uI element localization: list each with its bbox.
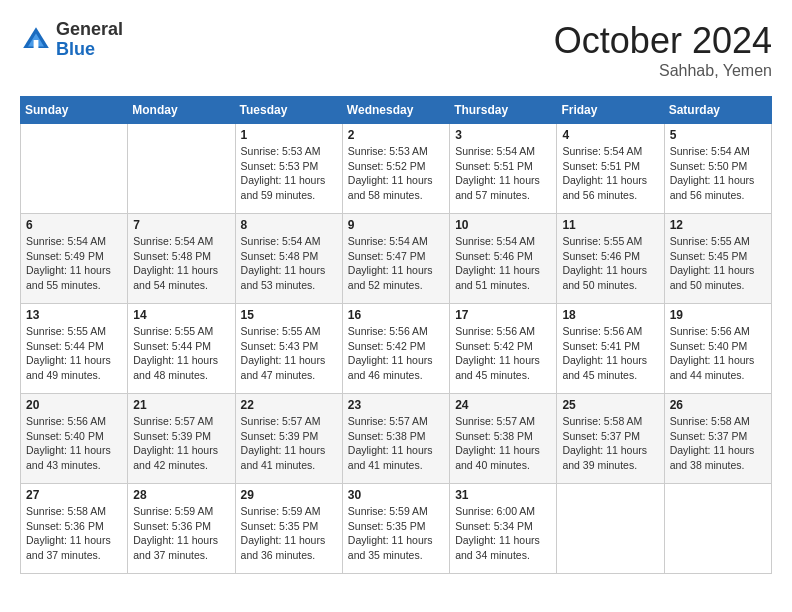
calendar-cell: 6Sunrise: 5:54 AM Sunset: 5:49 PM Daylig… — [21, 214, 128, 304]
calendar-cell: 9Sunrise: 5:54 AM Sunset: 5:47 PM Daylig… — [342, 214, 449, 304]
day-number: 6 — [26, 218, 122, 232]
day-detail: Sunrise: 5:54 AM Sunset: 5:48 PM Dayligh… — [241, 234, 337, 293]
title-block: October 2024 Sahhab, Yemen — [554, 20, 772, 80]
calendar-cell: 1Sunrise: 5:53 AM Sunset: 5:53 PM Daylig… — [235, 124, 342, 214]
day-detail: Sunrise: 5:58 AM Sunset: 5:36 PM Dayligh… — [26, 504, 122, 563]
calendar-cell: 2Sunrise: 5:53 AM Sunset: 5:52 PM Daylig… — [342, 124, 449, 214]
day-number: 15 — [241, 308, 337, 322]
day-number: 4 — [562, 128, 658, 142]
day-number: 19 — [670, 308, 766, 322]
day-number: 17 — [455, 308, 551, 322]
calendar-cell: 13Sunrise: 5:55 AM Sunset: 5:44 PM Dayli… — [21, 304, 128, 394]
calendar-cell: 17Sunrise: 5:56 AM Sunset: 5:42 PM Dayli… — [450, 304, 557, 394]
day-number: 13 — [26, 308, 122, 322]
calendar-week-row: 27Sunrise: 5:58 AM Sunset: 5:36 PM Dayli… — [21, 484, 772, 574]
page-header: General Blue October 2024 Sahhab, Yemen — [20, 20, 772, 80]
day-detail: Sunrise: 5:56 AM Sunset: 5:42 PM Dayligh… — [455, 324, 551, 383]
day-number: 29 — [241, 488, 337, 502]
day-number: 20 — [26, 398, 122, 412]
day-detail: Sunrise: 5:56 AM Sunset: 5:42 PM Dayligh… — [348, 324, 444, 383]
day-detail: Sunrise: 5:54 AM Sunset: 5:51 PM Dayligh… — [562, 144, 658, 203]
calendar-cell: 3Sunrise: 5:54 AM Sunset: 5:51 PM Daylig… — [450, 124, 557, 214]
calendar-cell: 29Sunrise: 5:59 AM Sunset: 5:35 PM Dayli… — [235, 484, 342, 574]
location-title: Sahhab, Yemen — [554, 62, 772, 80]
day-detail: Sunrise: 5:59 AM Sunset: 5:35 PM Dayligh… — [348, 504, 444, 563]
day-number: 9 — [348, 218, 444, 232]
day-number: 12 — [670, 218, 766, 232]
day-detail: Sunrise: 5:57 AM Sunset: 5:38 PM Dayligh… — [455, 414, 551, 473]
day-detail: Sunrise: 5:53 AM Sunset: 5:52 PM Dayligh… — [348, 144, 444, 203]
calendar-week-row: 6Sunrise: 5:54 AM Sunset: 5:49 PM Daylig… — [21, 214, 772, 304]
calendar-cell — [557, 484, 664, 574]
calendar-cell: 30Sunrise: 5:59 AM Sunset: 5:35 PM Dayli… — [342, 484, 449, 574]
day-detail: Sunrise: 5:57 AM Sunset: 5:39 PM Dayligh… — [133, 414, 229, 473]
day-detail: Sunrise: 5:55 AM Sunset: 5:45 PM Dayligh… — [670, 234, 766, 293]
weekday-header: Thursday — [450, 97, 557, 124]
weekday-header: Friday — [557, 97, 664, 124]
day-number: 11 — [562, 218, 658, 232]
day-number: 10 — [455, 218, 551, 232]
day-detail: Sunrise: 5:54 AM Sunset: 5:51 PM Dayligh… — [455, 144, 551, 203]
calendar-cell — [21, 124, 128, 214]
day-number: 18 — [562, 308, 658, 322]
day-detail: Sunrise: 5:54 AM Sunset: 5:47 PM Dayligh… — [348, 234, 444, 293]
day-detail: Sunrise: 5:56 AM Sunset: 5:40 PM Dayligh… — [26, 414, 122, 473]
day-number: 5 — [670, 128, 766, 142]
calendar-cell: 31Sunrise: 6:00 AM Sunset: 5:34 PM Dayli… — [450, 484, 557, 574]
day-number: 23 — [348, 398, 444, 412]
calendar-cell: 12Sunrise: 5:55 AM Sunset: 5:45 PM Dayli… — [664, 214, 771, 304]
calendar-week-row: 20Sunrise: 5:56 AM Sunset: 5:40 PM Dayli… — [21, 394, 772, 484]
calendar-cell — [664, 484, 771, 574]
calendar-cell: 26Sunrise: 5:58 AM Sunset: 5:37 PM Dayli… — [664, 394, 771, 484]
day-detail: Sunrise: 5:57 AM Sunset: 5:39 PM Dayligh… — [241, 414, 337, 473]
day-number: 7 — [133, 218, 229, 232]
day-detail: Sunrise: 5:59 AM Sunset: 5:36 PM Dayligh… — [133, 504, 229, 563]
calendar-cell: 25Sunrise: 5:58 AM Sunset: 5:37 PM Dayli… — [557, 394, 664, 484]
calendar-cell: 22Sunrise: 5:57 AM Sunset: 5:39 PM Dayli… — [235, 394, 342, 484]
day-number: 31 — [455, 488, 551, 502]
day-detail: Sunrise: 5:54 AM Sunset: 5:50 PM Dayligh… — [670, 144, 766, 203]
day-number: 28 — [133, 488, 229, 502]
weekday-header: Saturday — [664, 97, 771, 124]
calendar-week-row: 13Sunrise: 5:55 AM Sunset: 5:44 PM Dayli… — [21, 304, 772, 394]
calendar-cell: 18Sunrise: 5:56 AM Sunset: 5:41 PM Dayli… — [557, 304, 664, 394]
day-number: 16 — [348, 308, 444, 322]
svg-rect-2 — [34, 40, 39, 48]
day-number: 25 — [562, 398, 658, 412]
calendar-cell: 19Sunrise: 5:56 AM Sunset: 5:40 PM Dayli… — [664, 304, 771, 394]
day-detail: Sunrise: 5:54 AM Sunset: 5:46 PM Dayligh… — [455, 234, 551, 293]
day-number: 14 — [133, 308, 229, 322]
day-detail: Sunrise: 5:56 AM Sunset: 5:41 PM Dayligh… — [562, 324, 658, 383]
calendar-table: SundayMondayTuesdayWednesdayThursdayFrid… — [20, 96, 772, 574]
day-number: 22 — [241, 398, 337, 412]
logo-general: General — [56, 19, 123, 39]
day-detail: Sunrise: 5:55 AM Sunset: 5:44 PM Dayligh… — [26, 324, 122, 383]
day-number: 3 — [455, 128, 551, 142]
calendar-cell: 23Sunrise: 5:57 AM Sunset: 5:38 PM Dayli… — [342, 394, 449, 484]
calendar-cell: 20Sunrise: 5:56 AM Sunset: 5:40 PM Dayli… — [21, 394, 128, 484]
logo: General Blue — [20, 20, 123, 60]
weekday-header-row: SundayMondayTuesdayWednesdayThursdayFrid… — [21, 97, 772, 124]
day-number: 1 — [241, 128, 337, 142]
calendar-cell: 15Sunrise: 5:55 AM Sunset: 5:43 PM Dayli… — [235, 304, 342, 394]
day-detail: Sunrise: 6:00 AM Sunset: 5:34 PM Dayligh… — [455, 504, 551, 563]
logo-blue: Blue — [56, 39, 95, 59]
calendar-cell: 16Sunrise: 5:56 AM Sunset: 5:42 PM Dayli… — [342, 304, 449, 394]
day-detail: Sunrise: 5:54 AM Sunset: 5:49 PM Dayligh… — [26, 234, 122, 293]
day-number: 2 — [348, 128, 444, 142]
calendar-cell: 24Sunrise: 5:57 AM Sunset: 5:38 PM Dayli… — [450, 394, 557, 484]
weekday-header: Sunday — [21, 97, 128, 124]
day-detail: Sunrise: 5:59 AM Sunset: 5:35 PM Dayligh… — [241, 504, 337, 563]
day-number: 8 — [241, 218, 337, 232]
day-detail: Sunrise: 5:56 AM Sunset: 5:40 PM Dayligh… — [670, 324, 766, 383]
day-detail: Sunrise: 5:57 AM Sunset: 5:38 PM Dayligh… — [348, 414, 444, 473]
calendar-cell: 21Sunrise: 5:57 AM Sunset: 5:39 PM Dayli… — [128, 394, 235, 484]
calendar-cell: 28Sunrise: 5:59 AM Sunset: 5:36 PM Dayli… — [128, 484, 235, 574]
calendar-cell: 11Sunrise: 5:55 AM Sunset: 5:46 PM Dayli… — [557, 214, 664, 304]
calendar-cell: 5Sunrise: 5:54 AM Sunset: 5:50 PM Daylig… — [664, 124, 771, 214]
weekday-header: Monday — [128, 97, 235, 124]
logo-text: General Blue — [56, 20, 123, 60]
day-detail: Sunrise: 5:58 AM Sunset: 5:37 PM Dayligh… — [670, 414, 766, 473]
day-detail: Sunrise: 5:58 AM Sunset: 5:37 PM Dayligh… — [562, 414, 658, 473]
day-number: 21 — [133, 398, 229, 412]
